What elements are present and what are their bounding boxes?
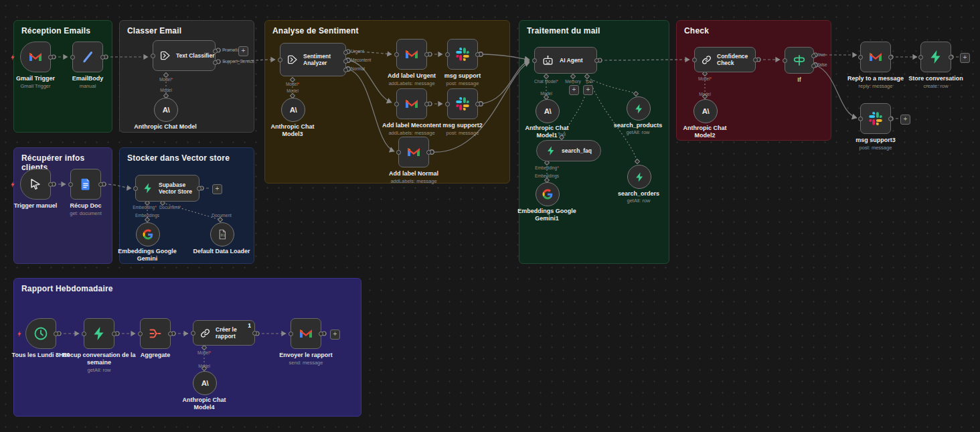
output-port-mecontent[interactable] [343,59,348,64]
port-label: Normal [351,66,365,71]
add-node-button[interactable]: + [330,330,340,340]
robot-icon [542,54,554,67]
anthropic-icon: A\ [201,379,209,387]
gmail-icon [298,326,314,342]
add-node-button[interactable]: + [900,115,910,125]
node-search-orders[interactable] [627,165,651,189]
anthropic-icon: A\ [544,107,552,115]
node-anthropic-chat-model1[interactable]: A\ [536,99,560,123]
trigger-bolt-icon [16,329,23,339]
gmail-icon [404,96,420,112]
gmail-icon [27,49,44,65]
node-default-data-loader[interactable] [210,222,234,246]
port-label: Urgent [351,49,364,54]
add-node-button[interactable]: + [238,46,248,56]
trigger-bolt-icon [9,179,17,190]
cursor-icon [28,177,43,192]
classifier-tag-icon [287,54,299,66]
items-count-badge: 1 [248,322,251,329]
trigger-bolt-icon [9,52,17,62]
gmail-icon [406,144,422,160]
gmail-icon [868,49,884,65]
supabase-icon [928,49,944,65]
slack-icon [455,46,471,62]
node-embeddings-google-gemini1[interactable] [536,182,560,206]
port-label: Mecontent [351,58,371,62]
google-docs-icon [78,177,93,192]
output-port-true[interactable] [811,54,816,58]
classifier-tag-icon [159,50,171,62]
output-port-normal[interactable] [343,68,348,72]
add-node-button[interactable]: + [212,184,222,194]
port-label: Support_Service [222,59,254,64]
link-icon [199,328,211,339]
output-port-urgent[interactable] [343,50,348,55]
google-icon [142,228,154,240]
output-port-support-service[interactable] [213,60,218,65]
workflow-canvas[interactable]: Réception Emails Classer Email Analyse d… [0,0,980,432]
slack-icon [868,111,884,127]
node-anthropic-chat-model4[interactable]: A\ [193,371,217,395]
slack-icon [455,96,471,112]
clock-icon [33,326,49,342]
add-node-button[interactable]: + [960,53,970,63]
node-anthropic-chat-model2[interactable]: A\ [693,99,718,123]
if-icon [792,53,807,68]
file-binary-icon [216,228,228,240]
port-label: false [818,62,827,67]
node-anthropic-chat-model3[interactable]: A\ [281,98,305,122]
output-port-false[interactable] [811,64,816,68]
aggregate-icon [147,326,163,342]
supabase-icon [546,145,556,156]
anthropic-icon: A\ [163,106,170,114]
anthropic-icon: A\ [702,107,710,115]
port-label: true [818,52,825,57]
supabase-icon [91,326,107,342]
add-memory-button[interactable]: + [569,85,579,95]
link-icon [701,54,712,66]
pencil-icon [80,49,96,65]
node-embeddings-google-gemini[interactable] [136,222,160,246]
node-anthropic-chat-model[interactable]: A\ [154,98,178,122]
node-search-products[interactable] [627,96,651,121]
add-tool-button[interactable]: + [583,85,593,95]
supabase-icon [634,171,645,183]
gmail-icon [404,46,420,62]
supabase-icon [142,182,154,194]
supabase-icon [633,103,645,115]
output-port-promotions[interactable] [213,49,218,54]
anthropic-icon: A\ [290,106,297,114]
google-icon [542,188,554,200]
